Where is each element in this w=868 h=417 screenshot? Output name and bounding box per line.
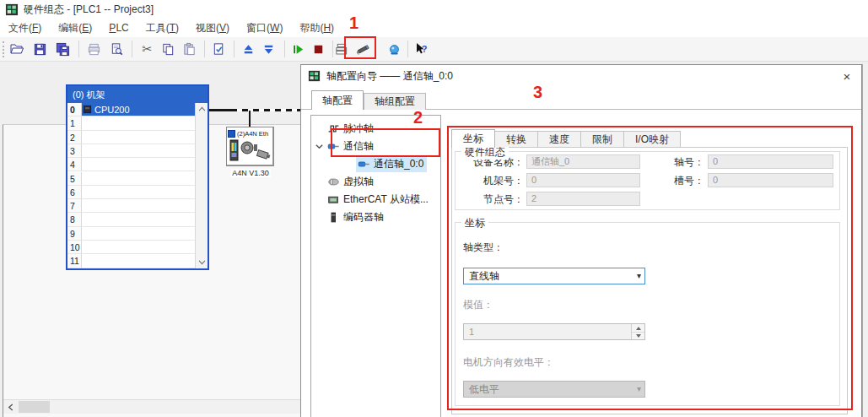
- rack-slot-6[interactable]: 6: [67, 186, 195, 199]
- cut-icon: ✂: [140, 42, 154, 57]
- tab-axis-group-config[interactable]: 轴组配置: [364, 93, 426, 110]
- rack-slot-5[interactable]: 5: [67, 172, 195, 186]
- diagnostic-button[interactable]: [383, 39, 405, 59]
- rack-slot-number: 5: [67, 172, 82, 186]
- titlebar: 硬件组态 - [PLC1 -- Project3]: [0, 0, 868, 19]
- rack-slot-1[interactable]: 1: [67, 116, 195, 130]
- rack-slot-4[interactable]: 4: [67, 158, 195, 171]
- rack-body: 0CPU2001234567891011: [67, 103, 195, 268]
- svg-text:?: ?: [422, 44, 428, 54]
- download-icon: [261, 42, 276, 57]
- annotation-number-1: 1: [349, 14, 359, 33]
- toolbar-separator: [332, 41, 333, 57]
- menu-tools[interactable]: 工具(T): [137, 19, 187, 38]
- rack-slot-cell[interactable]: [82, 172, 195, 186]
- tab-axis-config[interactable]: 轴配置: [311, 90, 364, 110]
- device-caption: A4N V1.30: [216, 169, 285, 177]
- rack-slot-10[interactable]: 10: [67, 241, 195, 254]
- svg-text:✂: ✂: [142, 42, 152, 56]
- save-button[interactable]: [29, 39, 51, 59]
- upload-button[interactable]: [237, 39, 259, 59]
- app-icon: [5, 3, 19, 16]
- horizontal-scroll-thumb[interactable]: [19, 401, 50, 413]
- paste-button[interactable]: [178, 39, 200, 59]
- device-mini-icon: [228, 130, 235, 138]
- device-node-a4n[interactable]: (2)A4N Eth: [226, 127, 274, 166]
- rack-scroll-up-icon[interactable]: [196, 103, 208, 115]
- rack-slot-3[interactable]: 3: [67, 144, 195, 158]
- verify-doc-icon: [212, 42, 226, 57]
- rack-scroll-down-icon[interactable]: [196, 257, 208, 268]
- rack-slot-cell[interactable]: [82, 186, 195, 199]
- menu-view[interactable]: 视图(V): [187, 19, 238, 38]
- comm-axis-icon: [358, 158, 370, 171]
- device-title: (2)A4N Eth: [237, 130, 268, 138]
- rack-slot-cell[interactable]: [82, 144, 195, 158]
- horizontal-scrollbar[interactable]: [3, 399, 300, 414]
- open-folder-icon: [9, 41, 24, 57]
- save-all-button[interactable]: [51, 39, 73, 59]
- cut-button[interactable]: ✂: [136, 39, 158, 59]
- tree-item-virtual-axis[interactable]: 虚拟轴: [312, 173, 439, 191]
- tree-node[interactable]: 通信轴_0:0: [356, 156, 427, 172]
- rack-slot-0[interactable]: 0CPU200: [67, 103, 195, 116]
- print-preview-button[interactable]: [105, 39, 127, 59]
- rack-slot-8[interactable]: 8: [67, 213, 195, 226]
- tree-node[interactable]: EtherCAT 从站模...: [326, 192, 432, 208]
- scroll-left-icon[interactable]: [3, 400, 18, 414]
- copy-button[interactable]: [157, 39, 179, 59]
- print-icon: [87, 42, 101, 57]
- dialog-right-scrollbar[interactable]: [862, 64, 868, 417]
- rack-slot-cell[interactable]: CPU200: [82, 103, 195, 116]
- rack-slot-cell[interactable]: [82, 213, 195, 226]
- menu-file[interactable]: 文件(F): [0, 19, 50, 38]
- rack-slot-number: 10: [67, 241, 82, 254]
- rack-slot-cell[interactable]: [82, 131, 195, 144]
- download-button[interactable]: [257, 39, 279, 59]
- copy-icon: [161, 42, 175, 57]
- menu-window[interactable]: 窗口(W): [238, 19, 291, 38]
- rack-slot-number: 8: [67, 213, 82, 226]
- rack-slot-7[interactable]: 7: [67, 199, 195, 213]
- virtual-axis-icon: [327, 176, 340, 188]
- tree-node-label: 编码器轴: [343, 210, 384, 225]
- rack-slot-cell[interactable]: [82, 158, 195, 171]
- close-icon[interactable]: ×: [839, 68, 855, 84]
- rack-slot-11[interactable]: 11: [67, 254, 195, 268]
- tree-item-comm-axis-0-0[interactable]: 通信轴_0:0: [312, 155, 439, 173]
- run-button[interactable]: [287, 39, 309, 59]
- tree-item-ethercat-slave[interactable]: EtherCAT 从站模...: [312, 191, 439, 208]
- expander-chevron-icon[interactable]: [315, 142, 324, 154]
- rack-slot-cell[interactable]: [82, 199, 195, 213]
- run-icon: [291, 42, 305, 57]
- dialog-icon: [308, 70, 321, 82]
- toolbar-separator: [132, 41, 132, 57]
- open-button[interactable]: [6, 39, 28, 59]
- stop-icon: [311, 42, 326, 57]
- bus-line: [209, 109, 231, 111]
- help-button[interactable]: ?: [410, 39, 432, 59]
- dialog-titlebar: 轴配置向导 —— 通信轴_0:0: [301, 65, 861, 87]
- rack-slot-cell[interactable]: [82, 227, 195, 241]
- tree-node[interactable]: 虚拟轴: [326, 174, 377, 190]
- print-button[interactable]: [83, 39, 105, 59]
- verify-button[interactable]: [208, 39, 229, 59]
- stop-button[interactable]: [307, 39, 329, 59]
- rack-scrollbar[interactable]: [195, 103, 208, 268]
- toolbar-separator: [284, 41, 285, 57]
- menu-help[interactable]: 帮助(H): [291, 19, 342, 38]
- menu-plc[interactable]: PLC: [100, 19, 137, 36]
- rack-slot-cell[interactable]: [82, 241, 195, 254]
- toolbar-separator: [204, 41, 205, 57]
- rack-slot-2[interactable]: 2: [67, 131, 195, 144]
- tree-item-encoder-axis[interactable]: 编码器轴: [312, 208, 439, 226]
- rack-slot-cell[interactable]: [82, 254, 195, 268]
- toolbar: ✂?: [0, 37, 868, 62]
- menubar: 文件(F)编辑(E)PLC工具(T)视图(V)窗口(W)帮助(H): [0, 19, 868, 37]
- tree-node-label: 虚拟轴: [343, 175, 374, 189]
- rack-slot-cell[interactable]: [82, 116, 195, 130]
- menu-edit[interactable]: 编辑(E): [50, 19, 100, 38]
- tree-node[interactable]: 编码器轴: [326, 209, 387, 225]
- rack-slot-9[interactable]: 9: [67, 227, 195, 241]
- bus-line-dashed: [231, 109, 302, 111]
